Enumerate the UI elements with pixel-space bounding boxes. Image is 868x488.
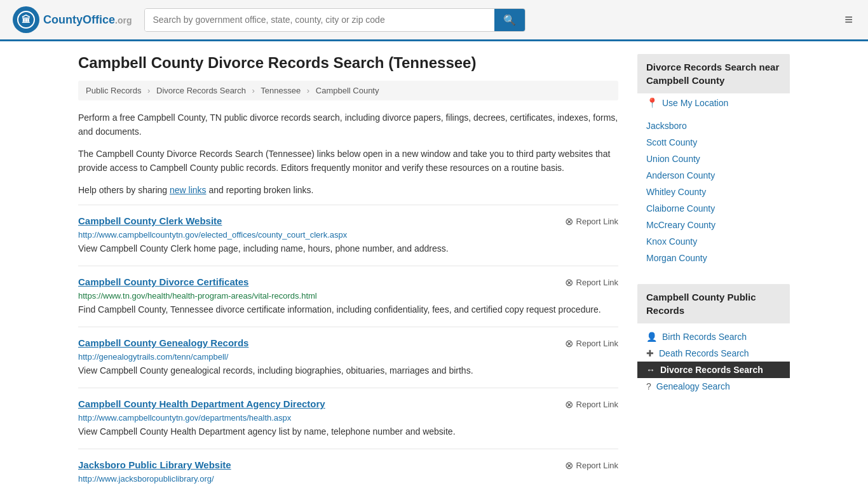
logo-link[interactable]: 🏛 CountyOffice.org <box>13 6 132 33</box>
record-item: Jacksboro Public Library Website ⊗ Repor… <box>78 449 618 488</box>
site-header: 🏛 CountyOffice.org 🔍 ≡ <box>0 0 868 41</box>
public-records-link[interactable]: Death Records Search <box>659 348 749 358</box>
record-url[interactable]: https://www.tn.gov/health/health-program… <box>78 291 618 301</box>
nearby-list-item[interactable]: Whitley County <box>637 184 790 200</box>
nearby-list-item[interactable]: Union County <box>637 151 790 167</box>
report-link[interactable]: ⊗ Report Link <box>565 215 618 227</box>
sidebar-record-icon: 👤 <box>646 332 657 342</box>
report-link-label: Report Link <box>576 339 618 348</box>
record-description: View Campbell County genealogical record… <box>78 364 618 377</box>
page-container: Campbell County Divorce Records Search (… <box>65 41 803 488</box>
logo-icon: 🏛 <box>13 6 39 33</box>
nearby-list-item[interactable]: Knox County <box>637 233 790 250</box>
search-bar: 🔍 <box>144 8 526 32</box>
breadcrumb-public-records[interactable]: Public Records <box>86 86 141 95</box>
report-link-label: Report Link <box>576 461 618 470</box>
public-records-list-item[interactable]: ? Genealogy Search <box>637 378 790 395</box>
record-header: Jacksboro Public Library Website ⊗ Repor… <box>78 459 618 471</box>
description-para3: Help others by sharing new links and rep… <box>78 183 618 197</box>
public-records-list-item[interactable]: ✚ Death Records Search <box>637 345 790 362</box>
report-icon: ⊗ <box>565 276 573 288</box>
public-records-list-item[interactable]: ↔ Divorce Records Search <box>637 362 790 378</box>
record-item: Campbell County Health Department Agency… <box>78 388 618 449</box>
public-records-list-item[interactable]: 👤 Birth Records Search <box>637 329 790 345</box>
record-header: Campbell County Clerk Website ⊗ Report L… <box>78 215 618 227</box>
nearby-list-item[interactable]: Claiborne County <box>637 200 790 217</box>
new-links-link[interactable]: new links <box>170 185 207 195</box>
record-header: Campbell County Divorce Certificates ⊗ R… <box>78 276 618 288</box>
pin-icon: 📍 <box>646 97 658 109</box>
nearby-link[interactable]: Jacksboro <box>646 121 687 131</box>
public-records-link[interactable]: Genealogy Search <box>656 381 730 391</box>
record-title-link[interactable]: Campbell County Clerk Website <box>78 215 222 226</box>
record-item: Campbell County Divorce Certificates ⊗ R… <box>78 266 618 327</box>
nearby-link[interactable]: Anderson County <box>646 170 715 180</box>
use-location-row: 📍 Use My Location <box>637 93 790 112</box>
nearby-list-item[interactable]: Scott County <box>637 134 790 151</box>
breadcrumb: Public Records › Divorce Records Search … <box>78 81 618 100</box>
nearby-list: JacksboroScott CountyUnion CountyAnderso… <box>637 112 790 271</box>
record-item: Campbell County Genealogy Records ⊗ Repo… <box>78 327 618 388</box>
nearby-list-item[interactable]: Jacksboro <box>637 118 790 134</box>
search-button[interactable]: 🔍 <box>494 9 525 31</box>
logo-text: CountyOffice.org <box>43 13 132 27</box>
report-link[interactable]: ⊗ Report Link <box>565 459 618 471</box>
nearby-header: Divorce Records Search near Campbell Cou… <box>637 54 790 93</box>
records-list: Campbell County Clerk Website ⊗ Report L… <box>78 205 618 488</box>
breadcrumb-campbell[interactable]: Campbell County <box>316 86 379 95</box>
nearby-list-item[interactable]: Anderson County <box>637 167 790 184</box>
report-link-label: Report Link <box>576 217 618 226</box>
public-records-box: Campbell County Public Records 👤 Birth R… <box>637 284 790 400</box>
nearby-link[interactable]: Morgan County <box>646 253 707 263</box>
record-url[interactable]: http://www.campbellcountytn.gov/departme… <box>78 413 618 423</box>
main-content: Campbell County Divorce Records Search (… <box>78 54 618 488</box>
record-url[interactable]: http://www.jacksboropubliclibrary.org/ <box>78 474 618 484</box>
report-link[interactable]: ⊗ Report Link <box>565 398 618 410</box>
use-location-link[interactable]: Use My Location <box>662 98 728 108</box>
nearby-box: Divorce Records Search near Campbell Cou… <box>637 54 790 271</box>
sidebar-record-icon: ? <box>646 381 651 391</box>
record-header: Campbell County Health Department Agency… <box>78 398 618 410</box>
sidebar-record-icon: ↔ <box>646 365 655 375</box>
record-header: Campbell County Genealogy Records ⊗ Repo… <box>78 337 618 349</box>
menu-icon[interactable]: ≡ <box>842 9 855 30</box>
report-icon: ⊗ <box>565 337 573 349</box>
description-para1: Perform a free Campbell County, TN publi… <box>78 111 618 139</box>
breadcrumb-tennessee[interactable]: Tennessee <box>261 86 301 95</box>
breadcrumb-sep-3: › <box>307 86 309 95</box>
record-title-link[interactable]: Campbell County Health Department Agency… <box>78 398 325 409</box>
nearby-list-item[interactable]: Morgan County <box>637 250 790 266</box>
public-records-link[interactable]: Birth Records Search <box>662 332 747 342</box>
report-link[interactable]: ⊗ Report Link <box>565 276 618 288</box>
report-icon: ⊗ <box>565 398 573 410</box>
public-records-header: Campbell County Public Records <box>637 284 790 323</box>
svg-text:🏛: 🏛 <box>22 14 31 25</box>
nearby-link[interactable]: Whitley County <box>646 187 706 197</box>
sidebar: Divorce Records Search near Campbell Cou… <box>637 54 790 488</box>
record-title-link[interactable]: Campbell County Divorce Certificates <box>78 276 248 287</box>
nearby-list-item[interactable]: McCreary County <box>637 217 790 233</box>
nearby-link[interactable]: Union County <box>646 154 700 164</box>
record-title-link[interactable]: Jacksboro Public Library Website <box>78 459 231 470</box>
report-link-label: Report Link <box>576 278 618 287</box>
report-link[interactable]: ⊗ Report Link <box>565 337 618 349</box>
report-icon: ⊗ <box>565 215 573 227</box>
breadcrumb-sep-2: › <box>252 86 255 95</box>
record-item: Campbell County Clerk Website ⊗ Report L… <box>78 205 618 266</box>
page-title: Campbell County Divorce Records Search (… <box>78 54 618 72</box>
breadcrumb-divorce-records[interactable]: Divorce Records Search <box>156 86 246 95</box>
nearby-link[interactable]: Knox County <box>646 236 697 247</box>
record-url[interactable]: http://www.campbellcountytn.gov/elected_… <box>78 230 618 240</box>
nearby-link[interactable]: Claiborne County <box>646 203 715 214</box>
public-records-link[interactable]: Divorce Records Search <box>660 365 763 375</box>
record-url[interactable]: http://genealogytrails.com/tenn/campbell… <box>78 352 618 362</box>
nearby-link[interactable]: McCreary County <box>646 220 715 230</box>
header-right: ≡ <box>842 9 855 30</box>
report-icon: ⊗ <box>565 459 573 471</box>
search-input[interactable] <box>145 9 494 31</box>
record-description: View Campbell County Health Department a… <box>78 425 618 438</box>
record-title-link[interactable]: Campbell County Genealogy Records <box>78 337 248 348</box>
sidebar-record-icon: ✚ <box>646 348 654 358</box>
public-records-list: 👤 Birth Records Search ✚ Death Records S… <box>637 323 790 400</box>
nearby-link[interactable]: Scott County <box>646 137 697 147</box>
